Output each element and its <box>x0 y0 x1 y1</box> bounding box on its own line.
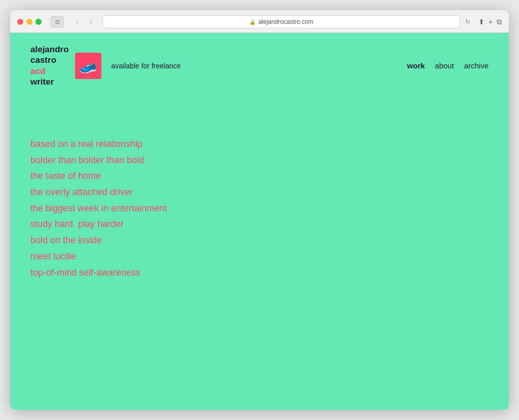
browser-actions: ⬆ + ⧉ <box>478 18 502 26</box>
work-list: based on a real relationshipbolder than … <box>10 96 509 311</box>
url-text: alejandrocastro.com <box>258 18 313 25</box>
work-item[interactable]: the biggest week in entertainment <box>30 201 489 216</box>
address-bar[interactable]: 🔒 alejandrocastro.com <box>102 15 460 28</box>
nav-archive[interactable]: archive <box>464 61 489 70</box>
browser-nav: ‹ › <box>71 16 97 27</box>
page-content: alejandro castro acd writer 👟 available … <box>10 33 509 410</box>
work-item[interactable]: the taste of home <box>30 169 489 184</box>
work-item[interactable]: based on a real relationship <box>30 137 489 152</box>
share-button[interactable]: ⬆ <box>478 18 485 26</box>
logo-acd: acd <box>30 66 45 76</box>
sidebar-toggle-button[interactable]: ⊡ <box>51 16 64 27</box>
browser-chrome: ⊡ ‹ › 🔒 alejandrocastro.com ↻ ⬆ + ⧉ <box>10 10 509 33</box>
tabs-button[interactable]: ⧉ <box>497 18 502 26</box>
logo-area: alejandro castro acd writer 👟 available … <box>30 44 181 87</box>
work-item[interactable]: bolder than bolder than bold <box>30 153 489 168</box>
browser-window: ⊡ ‹ › 🔒 alejandrocastro.com ↻ ⬆ + ⧉ al <box>10 10 509 410</box>
new-tab-button[interactable]: + <box>489 18 493 26</box>
close-button[interactable] <box>17 19 23 25</box>
tagline: available for freelance <box>112 62 181 70</box>
lock-icon: 🔒 <box>249 19 255 25</box>
traffic-lights <box>17 19 42 25</box>
nav-about[interactable]: about <box>435 61 454 70</box>
browser-controls: ⊡ <box>51 16 64 27</box>
nav-work[interactable]: work <box>407 61 425 70</box>
address-bar-wrap: 🔒 alejandrocastro.com ↻ <box>102 15 470 28</box>
work-item[interactable]: top-of-mind self-awareness <box>30 265 489 281</box>
back-button[interactable]: ‹ <box>71 16 83 27</box>
site-header: alejandro castro acd writer 👟 available … <box>10 33 509 96</box>
site-nav: work about archive <box>407 61 489 70</box>
shoe-icon: 👟 <box>79 57 97 74</box>
maximize-button[interactable] <box>35 19 42 25</box>
work-item[interactable]: bold on the inside <box>30 233 489 248</box>
logo-text: alejandro castro acd writer <box>30 44 69 87</box>
work-item[interactable]: study hard. play harder <box>30 217 489 232</box>
logo-writer: writer <box>30 77 54 87</box>
logo-icon: 👟 <box>75 53 101 79</box>
reload-button[interactable]: ↻ <box>465 18 470 25</box>
work-item[interactable]: meet lucille <box>30 249 489 264</box>
forward-button[interactable]: › <box>85 16 97 27</box>
work-item[interactable]: the overly attached driver <box>30 185 489 200</box>
logo-line1: alejandro <box>30 45 69 54</box>
logo-line2: castro <box>30 55 56 65</box>
minimize-button[interactable] <box>26 19 32 25</box>
